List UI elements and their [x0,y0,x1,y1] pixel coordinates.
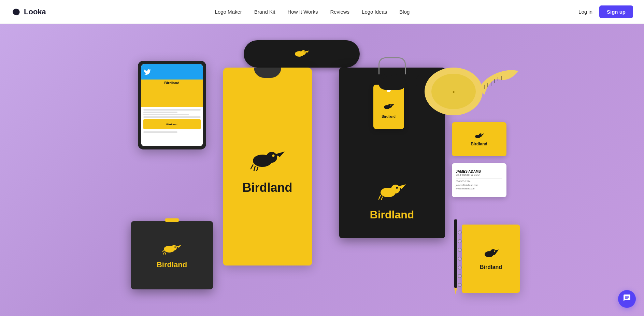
brand-items-container: Birdland Birdland [117,40,527,300]
svg-point-6 [304,51,305,52]
card-yellow-body: Birdland [452,122,506,156]
nav-logo-maker[interactable]: Logo Maker [215,9,242,15]
tablet-line-4 [143,116,201,118]
nav-brand-kit[interactable]: Brand Kit [254,9,275,15]
bag-body: Birdland [131,221,213,289]
nav-blog[interactable]: Blog [399,9,410,15]
card-white-info: 650 555 1234 james@birdland.com www.bird… [456,180,502,191]
svg-point-2 [171,245,177,250]
svg-point-41 [490,249,496,255]
notebook-ring-4 [458,257,462,261]
notebook-body: Birdland [462,225,520,293]
chat-bubble-button[interactable] [618,290,636,308]
shopping-bag-brand-text: Birdland [370,209,414,221]
pencil [454,219,457,295]
measuring-tape: ● [425,61,520,122]
card-white-name: JAMES ADAMS [456,170,502,173]
notebook: Birdland [462,225,520,293]
notebook-ring-5 [458,265,462,270]
card-white-website: www.birdland.com [456,187,475,190]
tablet-screen: Birdland Birdland [141,64,203,146]
svg-line-16 [378,195,381,200]
tag-bird-icon [383,102,394,113]
navbar-logo-area: Looka [11,7,46,17]
pencil-body [454,219,457,288]
navbar-links: Logo Maker Brand Kit How It Works Review… [215,9,410,15]
svg-line-10 [251,164,253,169]
notebook-ring-3 [458,248,462,252]
tshirt-bird-icon [251,145,285,176]
card-white-phone: 650 555 1234 [456,180,471,183]
notebook-rings [457,225,462,293]
bag-tie [165,218,179,222]
svg-point-9 [272,154,274,157]
bag-brand-text: Birdland [157,260,187,269]
svg-line-12 [257,167,258,171]
tube-cylinder [244,40,360,68]
card-yellow-brand-text: Birdland [471,142,487,146]
gift-bag: Birdland [131,221,213,289]
tablet-twitter-header [141,64,203,80]
svg-point-19 [388,104,392,108]
measuring-tape-svg: ● [425,61,520,122]
looka-logo[interactable]: Looka [11,7,46,17]
svg-point-39 [481,134,481,135]
svg-point-8 [266,152,277,163]
svg-point-0 [17,9,19,11]
tablet-brand-name: Birdland [141,80,203,85]
tube-bird-icon [294,48,309,60]
svg-rect-23 [406,80,416,82]
tablet-mockup: Birdland Birdland [138,61,206,149]
svg-point-5 [301,50,306,55]
shopping-bag-bird-icon [378,180,406,205]
notebook-bird-icon [484,247,499,261]
navbar: Looka Logo Maker Brand Kit How It Works … [0,0,644,24]
business-card-white: JAMES ADAMS Co-Founder & CEO 650 555 123… [452,163,506,197]
nav-logo-ideas[interactable]: Logo Ideas [362,9,387,15]
tablet-line-3 [143,114,189,115]
login-button[interactable]: Log in [578,9,592,15]
tshirt: Birdland [223,68,312,265]
card-yellow-bird-icon [474,132,484,142]
hero-section: Birdland Birdland [0,24,644,316]
tube-body [244,40,360,68]
chat-icon [623,294,631,304]
svg-text:●: ● [452,89,455,94]
tshirt-collar [254,68,281,78]
nav-how-it-works[interactable]: How It Works [287,9,318,15]
svg-point-20 [390,105,391,106]
notebook-ring-7 [458,283,462,287]
svg-point-3 [174,246,176,248]
tablet-outer: Birdland Birdland [138,61,206,149]
tablet-line-2 [143,112,178,113]
card-white-body: JAMES ADAMS Co-Founder & CEO 650 555 123… [452,163,506,197]
navbar-actions: Log in Sign up [578,5,633,18]
card-white-title: Co-Founder & CEO [456,173,502,176]
looka-logo-text: Looka [24,8,46,16]
pencil-tip [454,288,457,295]
signup-button[interactable]: Sign up [599,5,633,18]
tshirt-body: Birdland [223,68,312,265]
tablet-line-5 [143,131,178,133]
svg-line-17 [381,197,383,200]
tablet-mini-card: Birdland [143,119,201,129]
notebook-ring-1 [458,230,462,234]
tag-brand-text: Birdland [382,115,396,118]
business-card-yellow: Birdland [452,122,506,156]
bag-bird-icon [162,242,181,258]
notebook-brand-text: Birdland [480,264,502,270]
nav-reviews[interactable]: Reviews [330,9,349,15]
tablet-body: Birdland [141,107,203,144]
card-white-email: james@birdland.com [456,184,478,186]
notebook-ring-2 [458,239,462,243]
svg-point-14 [391,185,400,193]
svg-point-15 [396,187,398,189]
notebook-ring-6 [458,274,462,278]
card-white-divider [456,178,502,178]
tablet-profile-area: Birdland [141,80,203,107]
tshirt-brand-text: Birdland [242,181,292,195]
tablet-mini-card-text: Birdland [166,123,177,126]
tablet-line-1 [143,109,201,111]
svg-point-38 [479,133,482,137]
svg-line-11 [254,166,255,171]
